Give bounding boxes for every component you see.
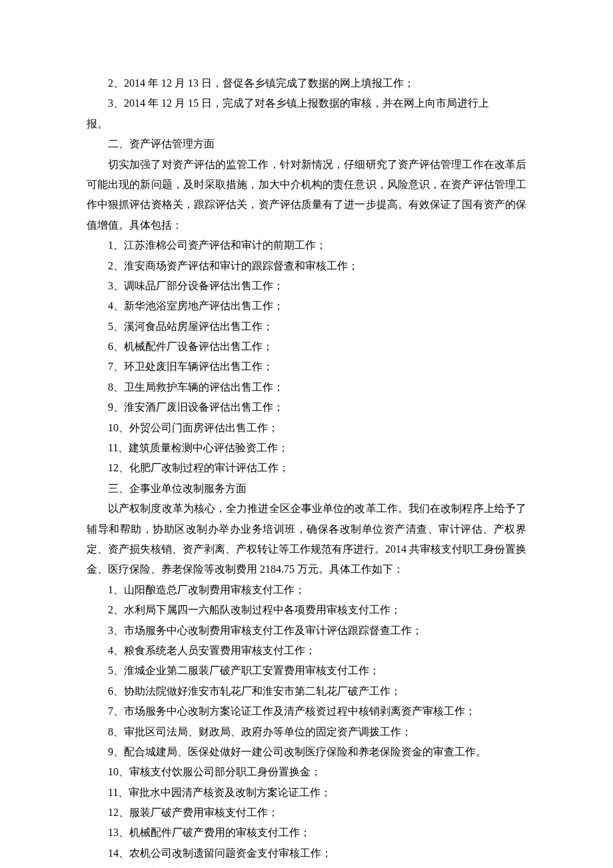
- list-item: 1、江苏淮棉公司资产评估和审计的前期工作；: [87, 235, 526, 255]
- text-line: 3、2014 年 12 月 15 日，完成了对各乡镇上报数据的审核，并在网上向市…: [87, 93, 526, 113]
- list-item: 10、外贸公司门面房评估出售工作；: [87, 418, 526, 438]
- section-heading: 四、产权交易方面: [87, 863, 526, 868]
- text-line: 2、2014 年 12 月 13 日，督促各乡镇完成了数据的网上填报工作；: [87, 73, 526, 93]
- list-item: 9、配合城建局、医保处做好一建公司改制医疗保险和养老保险资金的审查工作。: [87, 742, 526, 762]
- list-item: 12、服装厂破产费用审核支付工作；: [87, 803, 526, 823]
- list-item: 11、建筑质量检测中心评估验资工作；: [87, 438, 526, 458]
- list-item: 11、审批水中园清产核资及改制方案论证工作；: [87, 783, 526, 803]
- list-item: 14、农机公司改制遗留问题资金支付审核工作；: [87, 843, 526, 863]
- list-item: 8、审批区司法局、财政局、政府办等单位的固定资产调拨工作；: [87, 722, 526, 742]
- list-item: 9、淮安酒厂废旧设备评估出售工作；: [87, 397, 526, 417]
- list-item: 7、环卫处废旧车辆评估出售工作；: [87, 357, 526, 377]
- list-item: 3、调味品厂部分设备评估出售工作；: [87, 276, 526, 296]
- list-item: 5、淮城企业第二服装厂破产职工安置费用审核支付工作；: [87, 661, 526, 681]
- list-item: 2、水利局下属四一六船队改制过程中各项费用审核支付工作；: [87, 600, 526, 620]
- list-item: 13、机械配件厂破产费用的审核支付工作；: [87, 823, 526, 843]
- section-heading: 二、资产评估管理方面: [87, 134, 526, 154]
- list-item: 4、新华池浴室房地产评估出售工作；: [87, 296, 526, 316]
- list-item: 7、市场服务中心改制方案论证工作及清产核资过程中核销剥离资产审核工作；: [87, 701, 526, 721]
- paragraph: 以产权制度改革为核心，全力推进全区企事业单位的改革工作。我们在改制程序上给予了辅…: [87, 499, 526, 580]
- list-item: 6、协助法院做好淮安市轧花厂和淮安市第二轧花厂破产工作；: [87, 681, 526, 701]
- list-item: 8、卫生局救护车辆的评估出售工作；: [87, 377, 526, 397]
- list-item: 1、山阳酿造总厂改制费用审核支付工作；: [87, 580, 526, 600]
- list-item: 3、市场服务中心改制费用审核支付工作及审计评估跟踪督查工作；: [87, 621, 526, 641]
- list-item: 10、审核支付饮服公司部分职工身份置换金；: [87, 762, 526, 782]
- list-item: 4、粮食系统老人员安置费用审核支付工作；: [87, 641, 526, 661]
- section-heading: 三、企事业单位改制服务方面: [87, 479, 526, 499]
- list-item: 5、溪河食品站房屋评估出售工作；: [87, 317, 526, 337]
- paragraph: 切实加强了对资产评估的监管工作，针对新情况，仔细研究了资产评估管理工作在改革后可…: [87, 155, 526, 236]
- text-line: 报。: [87, 114, 526, 134]
- list-item: 2、淮安商场资产评估和审计的跟踪督查和审核工作；: [87, 256, 526, 276]
- list-item: 6、机械配件厂设备评估出售工作；: [87, 337, 526, 357]
- list-item: 12、化肥厂改制过程的审计评估工作；: [87, 458, 526, 478]
